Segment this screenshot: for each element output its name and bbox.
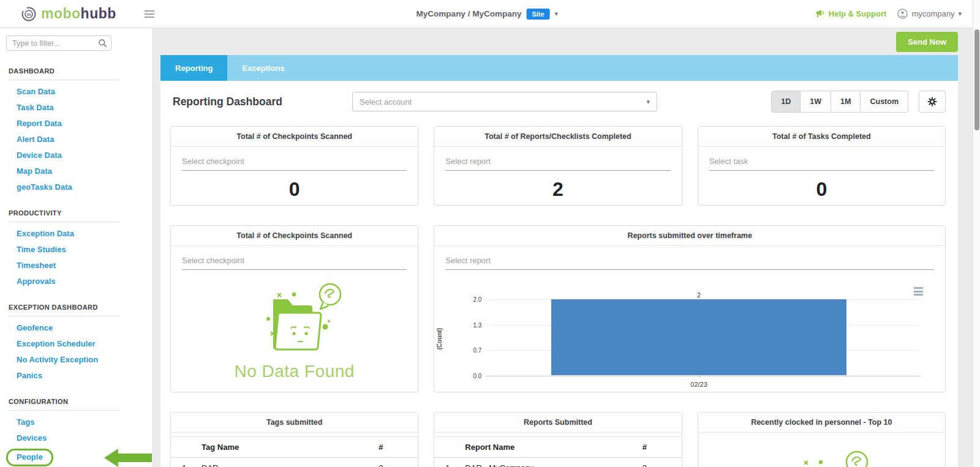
sidebar-toggle-icon[interactable] <box>145 10 154 18</box>
company-site-selector[interactable]: MyCompany / MyCompany Site ▾ <box>417 9 559 20</box>
sidebar-section-configuration: CONFIGURATION <box>9 398 152 405</box>
main-content: Send Now Reporting Exceptions Reporting … <box>152 28 980 467</box>
sidebar-item-geotasks-data[interactable]: geoTasks Data <box>17 182 152 193</box>
card-title: Recently clocked in personnel - Top 10 <box>698 413 945 433</box>
top-header: m mobohubb MyCompany / MyCompany Site ▾ … <box>0 0 980 28</box>
people-highlight-box: People <box>6 449 53 466</box>
card-title: Reports Submitted <box>434 413 681 433</box>
chevron-down-icon: ▾ <box>555 10 559 18</box>
reporting-panel: Reporting Dashboard Select account ▾ 1D … <box>160 81 958 467</box>
y-tick: 2.0 <box>473 296 481 303</box>
sidebar-section-dashboard: DASHBOARD <box>9 67 152 75</box>
sidebar-item-map-data[interactable]: Map Data <box>17 166 152 177</box>
column-tag-name: Tag Name <box>198 437 375 458</box>
card-title: Total # of Reports/Checklists Completed <box>434 127 681 147</box>
sidebar: DASHBOARD Scan Data Task Data Report Dat… <box>0 28 152 467</box>
svg-text:m: m <box>27 12 31 17</box>
no-data-message: No Data Found <box>234 362 354 381</box>
stat-card-checkpoints: Total # of Checkpoints Scanned Select ch… <box>170 126 418 206</box>
gear-icon <box>927 96 938 107</box>
vertical-scrollbar[interactable] <box>973 0 980 467</box>
y-tick: 0.0 <box>473 373 481 379</box>
settings-button[interactable] <box>919 91 946 113</box>
tab-exceptions[interactable]: Exceptions <box>227 55 299 81</box>
stat-value: 2 <box>445 178 670 201</box>
card-title: Reports submitted over timeframe <box>434 226 945 246</box>
breadcrumb: MyCompany / MyCompany <box>417 9 522 18</box>
page-title: Reporting Dashboard <box>173 95 352 108</box>
sidebar-item-device-data[interactable]: Device Data <box>17 150 152 161</box>
card-title: Total # of Checkpoints Scanned <box>171 127 418 147</box>
sidebar-item-exception-data[interactable]: Exception Data <box>17 228 152 239</box>
sidebar-section-exception-dashboard: EXCEPTION DASHBOARD <box>9 304 152 311</box>
sidebar-item-people[interactable]: People <box>17 452 43 463</box>
sidebar-item-approvals[interactable]: Approvals <box>17 276 152 287</box>
report-select[interactable]: Select report <box>445 253 934 270</box>
checkpoint-select[interactable]: Select checkpoint <box>182 154 407 171</box>
card-title: Total # of Checkpoints Scanned <box>171 226 418 246</box>
sidebar-item-panics[interactable]: Panics <box>17 370 152 381</box>
report-select[interactable]: Select report <box>445 154 670 171</box>
sidebar-item-scan-data[interactable]: Scan Data <box>17 86 152 97</box>
chevron-down-icon: ▾ <box>958 10 962 18</box>
column-report-name: Report Name <box>461 437 638 458</box>
logo-text: mobohubb <box>41 6 116 22</box>
tags-submitted-card: Tags submitted Tag Name # 1 DAR 2 <box>170 412 418 467</box>
bar-02-23[interactable] <box>551 299 847 375</box>
user-menu-label: mycompany <box>911 9 954 18</box>
range-1d-button[interactable]: 1D <box>771 91 801 113</box>
site-badge: Site <box>526 9 549 20</box>
sidebar-filter-input[interactable] <box>6 35 111 51</box>
column-count: # <box>639 437 682 458</box>
help-support-link[interactable]: Help & Support <box>815 9 887 18</box>
mobohubb-logo-icon: m <box>21 6 37 22</box>
sidebar-item-devices[interactable]: Devices <box>17 433 152 444</box>
no-data-folder-icon <box>243 281 347 356</box>
megaphone-icon <box>815 9 825 18</box>
sidebar-item-no-activity-exception[interactable]: No Activity Exception <box>17 354 152 365</box>
range-custom-button[interactable]: Custom <box>860 91 908 113</box>
reports-over-timeframe-card: Reports submitted over timeframe Select … <box>434 225 946 392</box>
y-axis-label: (Count) <box>436 325 443 352</box>
sidebar-item-geofence[interactable]: Geofence <box>17 323 152 334</box>
sidebar-item-alert-data[interactable]: Alert Data <box>17 134 152 145</box>
search-icon <box>98 39 107 48</box>
chart-context-menu-icon[interactable] <box>913 286 924 297</box>
sidebar-item-exception-scheduler[interactable]: Exception Scheduler <box>17 338 152 349</box>
card-title: Tags submitted <box>171 413 418 433</box>
checkpoints-scanned-card: Total # of Checkpoints Scanned Select ch… <box>170 225 418 392</box>
user-menu[interactable]: mycompany ▾ <box>897 9 962 19</box>
range-1w-button[interactable]: 1W <box>800 91 831 113</box>
send-now-button[interactable]: Send Now <box>896 32 958 52</box>
sidebar-section-productivity: PRODUCTIVITY <box>9 209 152 217</box>
bar-chart: (Count) 2.0 1.3 0.7 0.0 2 02/23 <box>454 278 925 392</box>
sidebar-item-report-data[interactable]: Report Data <box>17 118 152 129</box>
range-1m-button[interactable]: 1M <box>831 91 861 113</box>
sidebar-item-time-studies[interactable]: Time Studies <box>17 244 152 255</box>
recently-clocked-in-card: Recently clocked in personnel - Top 10 <box>698 412 946 467</box>
y-tick: 0.7 <box>473 347 481 354</box>
checkpoint-select[interactable]: Select checkpoint <box>182 253 407 270</box>
task-select[interactable]: Select task <box>709 154 934 171</box>
mobohubb-logo[interactable]: m mobohubb <box>21 6 116 22</box>
sidebar-item-task-data[interactable]: Task Data <box>17 102 152 113</box>
stat-card-tasks: Total # of Tasks Completed Select task 0 <box>698 126 946 206</box>
stat-value: 0 <box>182 178 407 201</box>
tab-reporting[interactable]: Reporting <box>160 55 227 81</box>
chevron-down-icon: ▾ <box>646 98 650 106</box>
reports-submitted-table: Report Name # 1 DAR - MyCompany 2 <box>434 436 681 467</box>
account-select-placeholder: Select account <box>360 97 412 106</box>
x-tick: 02/23 <box>690 381 707 388</box>
sidebar-item-tags[interactable]: Tags <box>17 417 152 428</box>
no-data-folder-icon <box>769 449 873 467</box>
user-avatar-icon <box>897 9 908 19</box>
stat-card-reports: Total # of Reports/Checklists Completed … <box>434 126 682 206</box>
table-row: 1 DAR - MyCompany 2 <box>434 458 681 467</box>
timeframe-button-group: 1D 1W 1M Custom <box>771 91 908 113</box>
sidebar-item-timesheet[interactable]: Timesheet <box>17 260 152 271</box>
account-select[interactable]: Select account ▾ <box>352 92 657 111</box>
reports-submitted-card: Reports Submitted Report Name # 1 DAR - … <box>434 412 682 467</box>
table-row: 1 DAR 2 <box>171 458 418 467</box>
tab-bar: Reporting Exceptions <box>160 55 958 81</box>
scrollbar-thumb[interactable] <box>974 29 979 130</box>
